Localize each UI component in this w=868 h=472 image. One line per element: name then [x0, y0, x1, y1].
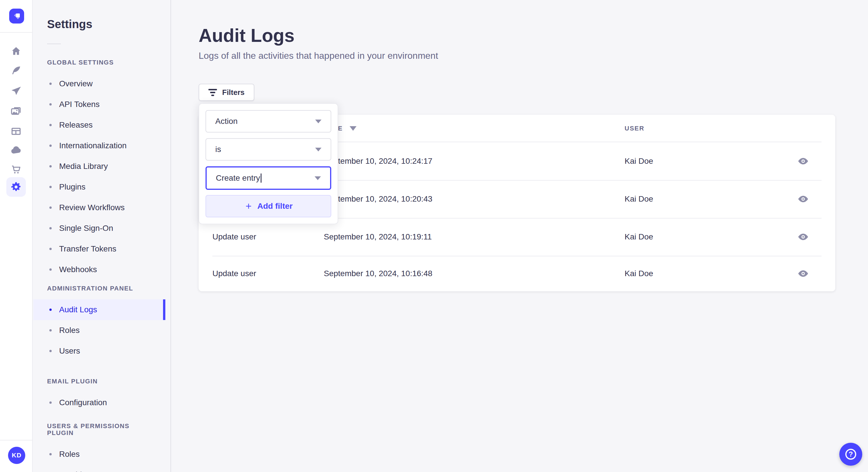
bullet-dot	[50, 103, 52, 105]
bullet-dot	[50, 401, 52, 404]
cell-action: Update user	[198, 232, 324, 241]
strapi-logo[interactable]	[9, 9, 24, 24]
filter-field-select[interactable]: Action	[206, 110, 331, 133]
eye-icon	[798, 233, 808, 241]
subnav-title: Settings	[47, 16, 170, 32]
bullet-dot	[50, 350, 52, 352]
sidebar-item-transfer-tokens[interactable]: Transfer Tokens	[33, 239, 170, 259]
help-button[interactable]: ?	[839, 443, 862, 466]
bullet-dot	[50, 165, 52, 167]
view-details-button[interactable]	[796, 231, 811, 243]
cloud-icon[interactable]	[10, 144, 22, 157]
chevron-down-icon	[315, 120, 321, 123]
section-label-users-permissions-plugin: USERS & PERMISSIONS PLUGIN	[47, 423, 157, 436]
cell-date: September 10, 2024, 10:24:17	[324, 157, 625, 166]
bullet-dot	[50, 206, 52, 209]
sidebar-item-single-sign-on[interactable]: Single Sign-On	[33, 218, 170, 239]
strapi-logo-icon	[10, 9, 24, 23]
media-library-icon[interactable]	[10, 105, 22, 117]
filters-button[interactable]: Filters	[198, 84, 254, 101]
section-label-global-settings: GLOBAL SETTINGS	[47, 59, 157, 66]
question-mark-icon: ?	[845, 449, 856, 460]
sidebar-item-up-roles[interactable]: Roles	[33, 444, 170, 465]
bullet-dot	[50, 186, 52, 188]
bullet-dot	[50, 453, 52, 456]
bullet-dot	[50, 124, 52, 126]
chevron-down-icon	[315, 176, 321, 180]
icon-rail: KD	[0, 0, 33, 472]
section-label-administration-panel: ADMINISTRATION PANEL	[47, 285, 157, 292]
page-subtitle: Logs of all the activities that happened…	[198, 50, 835, 61]
eye-icon	[798, 157, 808, 165]
sidebar-item-up-providers[interactable]: Providers	[33, 465, 170, 472]
bullet-dot	[50, 268, 52, 271]
marketplace-cart-icon[interactable]	[10, 164, 22, 176]
home-icon[interactable]	[10, 45, 22, 57]
user-avatar[interactable]: KD	[8, 447, 25, 464]
column-header-user: USER	[625, 125, 771, 132]
sidebar-item-media-library[interactable]: Media Library	[33, 156, 170, 177]
sidebar-item-overview[interactable]: Overview	[33, 73, 170, 94]
page-title: Audit Logs	[198, 26, 835, 45]
view-details-button[interactable]	[796, 267, 811, 280]
strapi-admin-app: KD Settings GLOBAL SETTINGS Overview API…	[0, 0, 868, 472]
cell-date: September 10, 2024, 10:20:43	[324, 194, 625, 204]
add-filter-button[interactable]: Add filter	[206, 195, 331, 217]
cell-action: Update user	[198, 269, 324, 278]
filter-popover: Action is Create entry Add filter	[198, 103, 338, 224]
release-plane-icon[interactable]	[10, 85, 22, 98]
sidebar-item-releases[interactable]: Releases	[33, 115, 170, 135]
view-details-button[interactable]	[796, 155, 811, 167]
filter-value-combobox[interactable]: Create entry	[206, 166, 331, 190]
plus-icon	[244, 202, 253, 210]
sidebar-item-webhooks[interactable]: Webhooks	[33, 259, 170, 280]
cell-date: September 10, 2024, 10:19:11	[324, 232, 625, 241]
rail-bottom-divider	[0, 440, 33, 440]
bullet-dot	[50, 82, 52, 85]
text-caret	[260, 173, 261, 183]
view-details-button[interactable]	[796, 193, 811, 205]
sidebar-item-internationalization[interactable]: Internationalization	[33, 135, 170, 156]
sidebar-item-admin-users[interactable]: Users	[33, 341, 170, 361]
cell-user: Kai Doe	[625, 269, 771, 278]
sidebar-item-audit-logs[interactable]: Audit Logs	[33, 299, 165, 320]
subnav-divider	[47, 43, 61, 44]
eye-icon	[798, 270, 808, 278]
filter-operator-select[interactable]: is	[206, 138, 331, 161]
bullet-dot	[50, 144, 52, 147]
sidebar-item-plugins[interactable]: Plugins	[33, 177, 170, 197]
settings-subnav: Settings GLOBAL SETTINGS Overview API To…	[33, 0, 171, 472]
content-type-builder-icon[interactable]	[10, 125, 22, 138]
cell-user: Kai Doe	[625, 194, 771, 204]
filter-icon	[208, 89, 217, 96]
content-manager-icon[interactable]	[10, 64, 22, 77]
cell-user: Kai Doe	[625, 157, 771, 166]
main-content: Audit Logs Logs of all the activities th…	[171, 0, 868, 472]
cell-user: Kai Doe	[625, 232, 771, 241]
chevron-down-icon	[315, 148, 321, 151]
bullet-dot	[50, 227, 52, 229]
gear-icon	[10, 181, 22, 193]
bullet-dot	[50, 248, 52, 250]
section-label-email-plugin: EMAIL PLUGIN	[47, 378, 157, 385]
bullet-dot	[50, 329, 52, 332]
sort-descending-icon[interactable]	[350, 126, 356, 131]
cell-date: September 10, 2024, 10:16:48	[324, 269, 625, 278]
toolbar: Filters	[198, 61, 835, 101]
settings-icon-active[interactable]	[6, 177, 26, 197]
sidebar-item-email-configuration[interactable]: Configuration	[33, 392, 170, 413]
rail-divider	[0, 32, 33, 33]
sidebar-item-admin-roles[interactable]: Roles	[33, 320, 170, 341]
eye-icon	[798, 195, 808, 203]
bullet-dot	[50, 308, 52, 311]
table-row[interactable]: Update user September 10, 2024, 10:16:48…	[198, 256, 835, 291]
sidebar-item-review-workflows[interactable]: Review Workflows	[33, 197, 170, 218]
sidebar-item-api-tokens[interactable]: API Tokens	[33, 94, 170, 115]
